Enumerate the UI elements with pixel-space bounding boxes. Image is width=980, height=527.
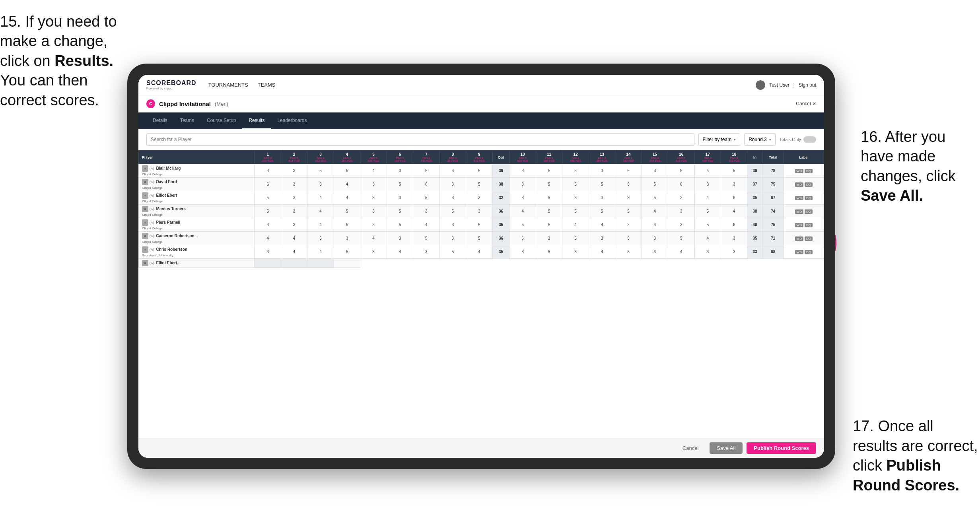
score-hole-6[interactable]: 3 [387,164,413,178]
score-hole-13[interactable]: 4 [589,218,615,232]
score-hole-7[interactable]: 3 [413,205,439,218]
score-hole-18[interactable]: 5 [721,164,747,178]
score-hole-10[interactable]: 4 [509,205,536,218]
nav-teams[interactable]: TEAMS [258,80,276,89]
score-hole-18[interactable]: 3 [721,232,747,245]
sort-icon[interactable]: ≡ [142,219,148,226]
wd-badge[interactable]: WD [795,209,803,214]
score-hole-1[interactable]: 6 [255,178,281,191]
score-hole-7[interactable]: 5 [413,232,439,245]
score-hole-14[interactable]: 5 [615,205,642,218]
score-hole-17[interactable]: 5 [694,218,721,232]
score-hole-12[interactable]: 3 [562,191,589,205]
score-hole-4[interactable]: 3 [334,232,360,245]
sort-icon[interactable]: ≡ [142,192,148,199]
score-hole-1[interactable]: 3 [255,164,281,178]
score-hole-4[interactable]: 5 [334,218,360,232]
score-hole-9[interactable]: 5 [466,232,492,245]
score-hole-18[interactable]: 3 [721,245,747,259]
score-hole-16[interactable]: 5 [668,164,694,178]
score-hole-4[interactable]: 5 [334,164,360,178]
score-hole-17[interactable]: 4 [694,232,721,245]
score-hole-11[interactable]: 5 [536,191,562,205]
sort-icon[interactable]: ≡ [142,179,148,185]
score-hole-3[interactable]: 4 [307,218,334,232]
score-hole-11[interactable]: 5 [536,164,562,178]
score-hole-12[interactable]: 3 [562,164,589,178]
score-hole-6[interactable]: 4 [387,245,413,259]
score-hole-7[interactable]: 3 [413,245,439,259]
score-hole-12[interactable]: 5 [562,205,589,218]
score-hole-11[interactable]: 3 [536,232,562,245]
score-hole-13[interactable]: 4 [589,245,615,259]
score-hole-7[interactable]: 5 [413,164,439,178]
score-hole-8[interactable]: 3 [439,191,466,205]
score-hole-15[interactable]: 5 [642,191,668,205]
score-hole-16[interactable]: 4 [668,245,694,259]
wd-badge[interactable]: WD [795,196,803,200]
score-hole-10[interactable]: 3 [509,178,536,191]
score-hole-18[interactable]: 3 [721,178,747,191]
score-hole-11[interactable]: 5 [536,205,562,218]
tab-teams[interactable]: Teams [174,112,200,129]
score-hole-3[interactable]: 5 [307,232,334,245]
score-hole-12[interactable]: 3 [562,245,589,259]
wd-badge[interactable]: WD [795,236,803,241]
tab-results[interactable]: Results [242,112,271,129]
score-hole-14[interactable]: 6 [615,164,642,178]
score-hole-4[interactable]: 4 [334,191,360,205]
score-hole-18[interactable]: 6 [721,218,747,232]
score-hole-2[interactable]: 3 [281,164,307,178]
score-hole-13[interactable]: 5 [589,178,615,191]
score-hole-9[interactable]: 5 [466,218,492,232]
score-hole-5[interactable]: 3 [360,205,387,218]
wd-badge[interactable]: WD [795,223,803,227]
score-hole-1[interactable]: 4 [255,232,281,245]
tab-course-setup[interactable]: Course Setup [200,112,242,129]
score-hole-17[interactable]: 5 [694,205,721,218]
score-hole-11[interactable]: 5 [536,245,562,259]
score-hole-2[interactable]: 3 [281,191,307,205]
score-hole-14[interactable]: 3 [615,218,642,232]
score-hole-6[interactable]: 3 [387,191,413,205]
score-hole-18[interactable]: 4 [721,205,747,218]
score-hole-12[interactable]: 4 [562,218,589,232]
score-hole-6[interactable]: 5 [387,218,413,232]
score-hole-17[interactable]: 6 [694,164,721,178]
score-hole-16[interactable]: 3 [668,191,694,205]
score-hole-17[interactable]: 3 [694,178,721,191]
score-hole-3[interactable]: 4 [307,205,334,218]
score-hole-9[interactable]: 3 [466,205,492,218]
score-hole-12[interactable]: 5 [562,232,589,245]
sort-icon[interactable]: ≡ [142,246,148,253]
score-hole-14[interactable]: 3 [615,178,642,191]
score-hole-4[interactable]: 4 [334,178,360,191]
score-hole-9[interactable]: 5 [466,178,492,191]
score-hole-1[interactable]: 5 [255,191,281,205]
score-hole-15[interactable]: 4 [642,205,668,218]
score-hole-2[interactable]: 4 [281,232,307,245]
score-hole-10[interactable]: 6 [509,232,536,245]
score-hole-10[interactable]: 3 [509,164,536,178]
score-hole-7[interactable]: 5 [413,191,439,205]
totals-only-toggle[interactable] [803,136,816,143]
score-hole-8[interactable]: 6 [439,164,466,178]
score-hole-5[interactable]: 4 [360,232,387,245]
score-hole-9[interactable]: 4 [466,245,492,259]
score-hole-17[interactable]: 3 [694,245,721,259]
score-hole-10[interactable]: 3 [509,191,536,205]
dq-badge[interactable]: DQ [805,196,813,200]
score-hole-14[interactable]: 5 [615,245,642,259]
score-hole-14[interactable]: 3 [615,191,642,205]
cancel-footer-button[interactable]: Cancel [675,442,706,454]
score-hole-4[interactable]: 5 [334,205,360,218]
score-hole-8[interactable]: 3 [439,232,466,245]
cancel-button[interactable]: Cancel ✕ [796,101,816,107]
score-hole-13[interactable]: 5 [589,205,615,218]
score-hole-8[interactable]: 3 [439,178,466,191]
score-hole-11[interactable]: 5 [536,218,562,232]
score-hole-12[interactable]: 5 [562,178,589,191]
tab-details[interactable]: Details [146,112,174,129]
nav-tournaments[interactable]: TOURNAMENTS [208,80,248,89]
score-hole-1[interactable]: 3 [255,245,281,259]
